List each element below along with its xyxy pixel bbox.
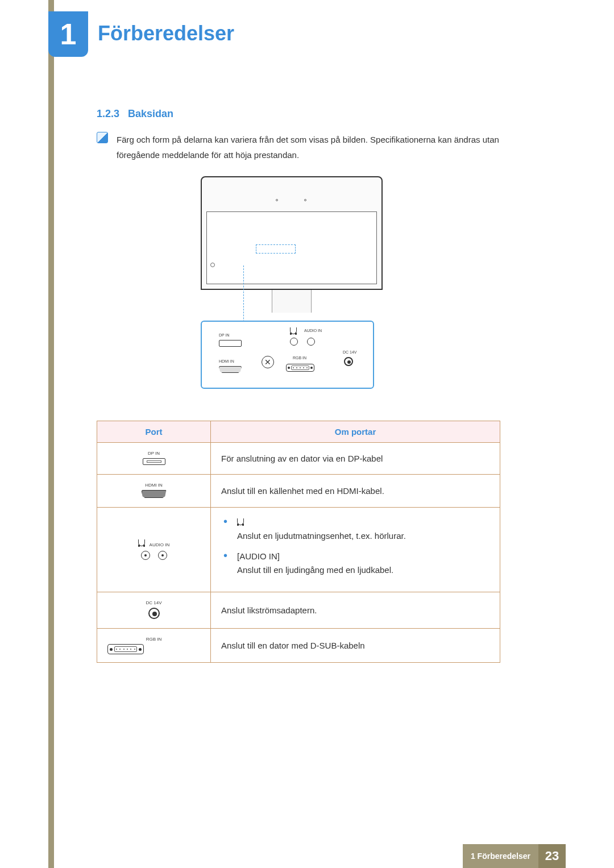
rear-view-diagram: SAMSUNG DP IN HDMI IN ✕ AUDIO IN DC 14V … (201, 176, 383, 389)
audio-jack-icon (290, 338, 298, 346)
table-row: HDMI IN Anslut till en källenhet med en … (97, 475, 500, 508)
cell-label-audio-in: AUDIO IN (150, 542, 170, 547)
cell-desc-dp: För anslutning av en dator via en DP-kab… (211, 443, 500, 475)
rgb-port-icon (107, 644, 144, 654)
headphone-icon (237, 518, 244, 525)
port-area-highlight (256, 244, 296, 254)
cell-desc-hdmi: Anslut till en källenhet med en HDMI-kab… (211, 475, 500, 508)
audio-jack-icon-2 (307, 338, 315, 346)
audio-headphone-desc: Anslut en ljudutmatningsenhet, t.ex. hör… (237, 531, 406, 541)
section-heading: 1.2.3 Baksidan (97, 108, 173, 120)
label-dp-in: DP IN (219, 333, 230, 337)
monitor-stand (272, 290, 312, 313)
dp-port-icon (219, 340, 242, 347)
audio-jack-icon (141, 551, 150, 560)
label-hdmi-in: HDMI IN (219, 359, 234, 363)
label-audio-in: AUDIO IN (304, 329, 322, 333)
chapter-title: Förberedelser (98, 22, 234, 45)
cell-desc-dc: Anslut likströmsadaptern. (211, 592, 500, 629)
headphone-icon (138, 539, 145, 546)
table-header-port: Port (97, 421, 211, 443)
section-number: 1.2.3 (97, 108, 119, 119)
label-rgb-in: RGB IN (293, 356, 306, 360)
note-icon (97, 132, 108, 143)
cell-label-dc-14v: DC 14V (107, 600, 200, 605)
cell-label-hdmi-in: HDMI IN (107, 483, 200, 488)
audio-in-desc: Anslut till en ljudingång med en ljudkab… (237, 565, 393, 575)
page-footer: 1 Förberedelser 23 (48, 844, 566, 868)
cell-desc-rgb: Anslut till en dator med D-SUB-kabeln (211, 629, 500, 663)
footer-chapter-label: 1 Förberedelser (463, 844, 538, 868)
section-title: Baksidan (128, 108, 173, 119)
ports-panel-detail: DP IN HDMI IN ✕ AUDIO IN DC 14V RGB IN (201, 321, 374, 389)
table-row: AUDIO IN Anslut en ljudutmatningsenhet, … (97, 508, 500, 592)
monitor-back-illustration: SAMSUNG (201, 176, 383, 290)
sidebar-stripe (48, 0, 54, 868)
audio-desc-list: Anslut en ljudutmatningsenhet, t.ex. hör… (221, 516, 489, 577)
label-dc-14v: DC 14V (343, 350, 357, 354)
table-row: DC 14V Anslut likströmsadaptern. (97, 592, 500, 629)
headphone-icon (290, 327, 297, 334)
audio-jack-icon (158, 551, 167, 560)
ports-table: Port Om portar DP IN För anslutning av e… (97, 421, 500, 663)
cell-label-dp-in: DP IN (107, 451, 200, 456)
rgb-port-icon (286, 364, 314, 372)
table-header-desc: Om portar (211, 421, 500, 443)
screw-icon: ✕ (262, 356, 274, 368)
hdmi-port-icon (142, 490, 167, 498)
dc-port-icon (344, 357, 353, 366)
dc-port-icon (148, 608, 160, 619)
chapter-number-tab: 1 (48, 11, 88, 57)
footer-page-number: 23 (538, 844, 566, 868)
cell-label-rgb-in: RGB IN (107, 637, 200, 642)
table-row: RGB IN Anslut till en dator med D-SUB-ka… (97, 629, 500, 663)
audio-in-label: [AUDIO IN] (237, 551, 280, 561)
dp-port-icon (143, 458, 165, 465)
hdmi-port-icon (219, 366, 242, 373)
table-row: DP IN För anslutning av en dator via en … (97, 443, 500, 475)
note-text: Färg och form på delarna kan variera frå… (117, 132, 543, 163)
